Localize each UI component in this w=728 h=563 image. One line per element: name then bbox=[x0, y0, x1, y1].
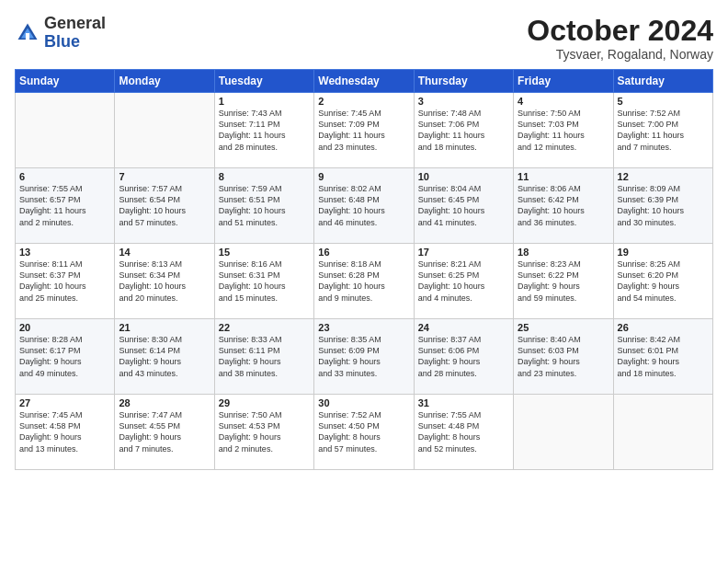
logo-icon bbox=[15, 20, 40, 46]
day-cell bbox=[16, 93, 115, 168]
day-cell: 29Sunrise: 7:50 AM Sunset: 4:53 PM Dayli… bbox=[214, 395, 313, 470]
day-info: Sunrise: 8:23 AM Sunset: 6:22 PM Dayligh… bbox=[518, 259, 609, 304]
day-cell: 1Sunrise: 7:43 AM Sunset: 7:11 PM Daylig… bbox=[214, 93, 313, 168]
day-info: Sunrise: 7:52 AM Sunset: 7:00 PM Dayligh… bbox=[618, 108, 709, 153]
logo-blue: Blue bbox=[44, 33, 106, 52]
day-info: Sunrise: 8:25 AM Sunset: 6:20 PM Dayligh… bbox=[618, 259, 709, 304]
title-area: October 2024 Tysvaer, Rogaland, Norway bbox=[527, 15, 713, 62]
day-cell: 16Sunrise: 8:18 AM Sunset: 6:28 PM Dayli… bbox=[314, 244, 414, 319]
day-info: Sunrise: 7:43 AM Sunset: 7:11 PM Dayligh… bbox=[219, 108, 310, 153]
calendar-table: SundayMondayTuesdayWednesdayThursdayFrid… bbox=[15, 69, 713, 470]
day-cell: 12Sunrise: 8:09 AM Sunset: 6:39 PM Dayli… bbox=[613, 168, 712, 244]
logo: General Blue bbox=[15, 15, 106, 52]
day-info: Sunrise: 7:55 AM Sunset: 6:57 PM Dayligh… bbox=[19, 183, 110, 228]
day-cell: 9Sunrise: 8:02 AM Sunset: 6:48 PM Daylig… bbox=[314, 168, 414, 244]
day-info: Sunrise: 8:16 AM Sunset: 6:31 PM Dayligh… bbox=[219, 259, 310, 304]
header-cell-saturday: Saturday bbox=[613, 70, 712, 93]
day-number: 31 bbox=[418, 397, 509, 408]
day-number: 11 bbox=[518, 171, 609, 182]
day-info: Sunrise: 7:55 AM Sunset: 4:48 PM Dayligh… bbox=[418, 409, 509, 454]
day-info: Sunrise: 7:48 AM Sunset: 7:06 PM Dayligh… bbox=[418, 108, 509, 153]
day-number: 7 bbox=[119, 171, 210, 182]
day-info: Sunrise: 8:06 AM Sunset: 6:42 PM Dayligh… bbox=[518, 183, 609, 228]
day-cell: 5Sunrise: 7:52 AM Sunset: 7:00 PM Daylig… bbox=[613, 93, 712, 168]
day-number: 19 bbox=[618, 247, 709, 258]
page: General Blue October 2024 Tysvaer, Rogal… bbox=[0, 0, 728, 563]
week-row-4: 20Sunrise: 8:28 AM Sunset: 6:17 PM Dayli… bbox=[16, 319, 713, 395]
day-cell: 15Sunrise: 8:16 AM Sunset: 6:31 PM Dayli… bbox=[214, 244, 313, 319]
day-number: 30 bbox=[318, 397, 409, 408]
header-cell-sunday: Sunday bbox=[16, 70, 115, 93]
day-number: 29 bbox=[219, 397, 310, 408]
header-row: SundayMondayTuesdayWednesdayThursdayFrid… bbox=[16, 70, 713, 93]
day-cell: 2Sunrise: 7:45 AM Sunset: 7:09 PM Daylig… bbox=[314, 93, 414, 168]
day-info: Sunrise: 8:09 AM Sunset: 6:39 PM Dayligh… bbox=[618, 183, 709, 228]
day-number: 27 bbox=[19, 397, 110, 408]
day-number: 14 bbox=[119, 247, 210, 258]
day-info: Sunrise: 8:28 AM Sunset: 6:17 PM Dayligh… bbox=[19, 334, 110, 379]
day-info: Sunrise: 8:04 AM Sunset: 6:45 PM Dayligh… bbox=[418, 183, 509, 228]
logo-general: General bbox=[44, 15, 106, 33]
day-cell: 11Sunrise: 8:06 AM Sunset: 6:42 PM Dayli… bbox=[514, 168, 613, 244]
day-number: 10 bbox=[418, 171, 509, 182]
day-cell: 28Sunrise: 7:47 AM Sunset: 4:55 PM Dayli… bbox=[115, 395, 214, 470]
day-info: Sunrise: 8:42 AM Sunset: 6:01 PM Dayligh… bbox=[618, 334, 709, 379]
day-info: Sunrise: 7:59 AM Sunset: 6:51 PM Dayligh… bbox=[219, 183, 310, 228]
day-cell: 8Sunrise: 7:59 AM Sunset: 6:51 PM Daylig… bbox=[214, 168, 313, 244]
day-number: 6 bbox=[19, 171, 110, 182]
day-cell: 10Sunrise: 8:04 AM Sunset: 6:45 PM Dayli… bbox=[414, 168, 513, 244]
day-cell: 13Sunrise: 8:11 AM Sunset: 6:37 PM Dayli… bbox=[16, 244, 115, 319]
day-cell: 21Sunrise: 8:30 AM Sunset: 6:14 PM Dayli… bbox=[115, 319, 214, 395]
day-number: 12 bbox=[618, 171, 709, 182]
day-info: Sunrise: 8:33 AM Sunset: 6:11 PM Dayligh… bbox=[219, 334, 310, 379]
header-cell-friday: Friday bbox=[514, 70, 613, 93]
day-cell: 6Sunrise: 7:55 AM Sunset: 6:57 PM Daylig… bbox=[16, 168, 115, 244]
header-cell-monday: Monday bbox=[115, 70, 214, 93]
day-info: Sunrise: 7:47 AM Sunset: 4:55 PM Dayligh… bbox=[119, 409, 210, 454]
header-cell-tuesday: Tuesday bbox=[214, 70, 313, 93]
day-cell: 20Sunrise: 8:28 AM Sunset: 6:17 PM Dayli… bbox=[16, 319, 115, 395]
day-cell: 26Sunrise: 8:42 AM Sunset: 6:01 PM Dayli… bbox=[613, 319, 712, 395]
day-number: 22 bbox=[219, 322, 310, 333]
day-info: Sunrise: 8:02 AM Sunset: 6:48 PM Dayligh… bbox=[318, 183, 409, 228]
day-cell bbox=[613, 395, 712, 470]
day-info: Sunrise: 8:35 AM Sunset: 6:09 PM Dayligh… bbox=[318, 334, 409, 379]
location: Tysvaer, Rogaland, Norway bbox=[527, 47, 713, 62]
day-cell: 7Sunrise: 7:57 AM Sunset: 6:54 PM Daylig… bbox=[115, 168, 214, 244]
svg-rect-2 bbox=[26, 33, 29, 40]
day-info: Sunrise: 8:21 AM Sunset: 6:25 PM Dayligh… bbox=[418, 259, 509, 304]
day-number: 15 bbox=[219, 247, 310, 258]
day-number: 5 bbox=[618, 96, 709, 107]
day-cell: 18Sunrise: 8:23 AM Sunset: 6:22 PM Dayli… bbox=[514, 244, 613, 319]
day-number: 2 bbox=[318, 96, 409, 107]
day-info: Sunrise: 7:50 AM Sunset: 4:53 PM Dayligh… bbox=[219, 409, 310, 454]
logo-text: General Blue bbox=[44, 15, 106, 52]
week-row-5: 27Sunrise: 7:45 AM Sunset: 4:58 PM Dayli… bbox=[16, 395, 713, 470]
day-number: 20 bbox=[19, 322, 110, 333]
day-number: 18 bbox=[518, 247, 609, 258]
day-number: 25 bbox=[518, 322, 609, 333]
day-number: 17 bbox=[418, 247, 509, 258]
day-number: 21 bbox=[119, 322, 210, 333]
day-info: Sunrise: 8:37 AM Sunset: 6:06 PM Dayligh… bbox=[418, 334, 509, 379]
day-cell: 3Sunrise: 7:48 AM Sunset: 7:06 PM Daylig… bbox=[414, 93, 513, 168]
day-cell: 14Sunrise: 8:13 AM Sunset: 6:34 PM Dayli… bbox=[115, 244, 214, 319]
day-number: 26 bbox=[618, 322, 709, 333]
day-info: Sunrise: 8:18 AM Sunset: 6:28 PM Dayligh… bbox=[318, 259, 409, 304]
day-cell bbox=[115, 93, 214, 168]
day-number: 4 bbox=[518, 96, 609, 107]
header-cell-thursday: Thursday bbox=[414, 70, 513, 93]
day-info: Sunrise: 7:45 AM Sunset: 7:09 PM Dayligh… bbox=[318, 108, 409, 153]
day-number: 24 bbox=[418, 322, 509, 333]
day-info: Sunrise: 7:57 AM Sunset: 6:54 PM Dayligh… bbox=[119, 183, 210, 228]
week-row-2: 6Sunrise: 7:55 AM Sunset: 6:57 PM Daylig… bbox=[16, 168, 713, 244]
week-row-3: 13Sunrise: 8:11 AM Sunset: 6:37 PM Dayli… bbox=[16, 244, 713, 319]
day-number: 3 bbox=[418, 96, 509, 107]
day-number: 28 bbox=[119, 397, 210, 408]
day-info: Sunrise: 8:40 AM Sunset: 6:03 PM Dayligh… bbox=[518, 334, 609, 379]
day-cell: 25Sunrise: 8:40 AM Sunset: 6:03 PM Dayli… bbox=[514, 319, 613, 395]
day-info: Sunrise: 8:13 AM Sunset: 6:34 PM Dayligh… bbox=[119, 259, 210, 304]
day-number: 23 bbox=[318, 322, 409, 333]
header: General Blue October 2024 Tysvaer, Rogal… bbox=[15, 15, 713, 62]
day-info: Sunrise: 8:30 AM Sunset: 6:14 PM Dayligh… bbox=[119, 334, 210, 379]
